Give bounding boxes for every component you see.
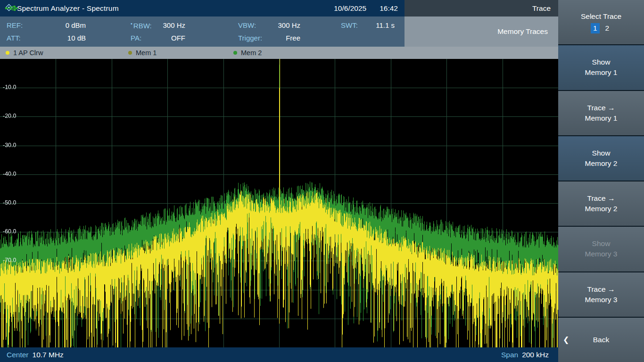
settings-column: RBW:300 HzPA:OFF [131,19,185,44]
spectrum-analyzer-app: Spectrum Analyzer - Spectrum 10/6/2025 [0,0,644,362]
softkey-label: Show [592,239,611,249]
softkey-select-trace[interactable]: Select Trace12 [558,0,644,44]
softkey-trace-to-memory-1[interactable]: Trace →Memory 1 [558,91,644,135]
spectrum-plot: -10.0-20.0-30.0-40.0-50.0-60.0-70.0 [0,59,558,347]
main-area: Spectrum Analyzer - Spectrum 10/6/2025 [0,0,558,362]
usb-icon [5,5,19,14]
title-bar: Spectrum Analyzer - Spectrum 10/6/2025 [0,0,405,16]
softkey-label: Trace → [587,103,615,113]
softkey-label: Trace → [587,284,615,295]
legend-item-trace1: 1 AP Clrw [0,49,128,57]
ytick-label: -10.0 [3,84,17,90]
menu-title: Trace [405,0,558,16]
trace-option-1[interactable]: 1 [591,23,600,33]
softkey-label: Show [592,148,611,158]
softkey-label: Back [593,335,609,345]
settings-column: SWT:11.1 s [341,19,395,32]
menu-title-label: Trace [532,4,551,13]
setting-value-ref[interactable]: 0 dBm [37,21,86,29]
center-label: Center [7,351,29,359]
time-label: 16:42 [380,4,398,13]
softkey-label: Select Trace [581,11,621,22]
softkey-show-memory-1[interactable]: ShowMemory 1 [558,45,644,90]
softkey-show-memory-3: ShowMemory 3 [558,227,644,271]
back-chevron-icon: ❮ [563,335,569,345]
ytick-label: -20.0 [3,113,17,119]
legend-label-trace1: 1 AP Clrw [13,49,43,57]
setting-label-pa: PA: [131,34,158,42]
setting-value-swt[interactable]: 11.1 s [365,21,395,29]
settings-column: VBW:300 HzTrigger:Free [238,19,300,44]
date-label: 10/6/2025 [334,4,366,13]
setting-label-swt: SWT: [341,21,365,29]
setting-value-att[interactable]: 10 dB [37,34,86,42]
ytick-label: -40.0 [3,171,17,177]
setting-label-trigger: Trigger: [238,34,271,42]
setting-label-att: ATT: [7,34,37,42]
center-value: 10.7 MHz [33,351,64,359]
setting-label-vbw: VBW: [238,21,271,29]
softkey-trace-to-memory-3[interactable]: Trace →Memory 3 [558,272,644,317]
setting-label-ref: REF: [7,21,37,29]
setting-value-rbw[interactable]: 300 Hz [158,21,185,29]
settings-bar: REF:0 dBmATT:10 dBRBW:300 HzPA:OFFVBW:30… [0,16,405,47]
softkey-menu: Select Trace12ShowMemory 1Trace →Memory … [558,0,644,362]
settings-column: REF:0 dBmATT:10 dB [7,19,86,44]
spectrum-canvas [0,59,558,347]
softkey-label: Memory 3 [585,249,618,259]
trace-option-2[interactable]: 2 [603,23,612,33]
ytick-label: -60.0 [3,228,17,235]
span-label: Span [501,351,518,359]
trace-legend: 1 AP ClrwMem 1Mem 2 [0,47,558,59]
softkey-trace-to-memory-2[interactable]: Trace →Memory 2 [558,181,644,226]
legend-label-memory2: Mem 2 [241,49,262,57]
softkey-label: Memory 1 [585,67,618,78]
datetime: 10/6/2025 16:42 [334,4,401,13]
softkey-show-memory-2[interactable]: ShowMemory 2 [558,136,644,181]
softkey-back[interactable]: Back❮ [558,318,644,362]
setting-value-vbw[interactable]: 300 Hz [271,21,300,29]
legend-item-memory1: Mem 1 [128,49,233,57]
setting-value-trigger[interactable]: Free [271,34,300,42]
setting-value-pa[interactable]: OFF [158,34,185,42]
app-title: Spectrum Analyzer - Spectrum [17,4,119,13]
setting-label-rbw: RBW: [131,21,158,30]
softkey-label: Memory 1 [585,113,618,123]
softkey-label: Show [592,57,611,67]
memory-traces-label: Memory Traces [497,27,548,36]
softkey-label: Memory 2 [585,204,618,214]
memory-traces-panel: Memory Traces [405,16,558,47]
span-setting[interactable]: Span 200 kHz [501,351,549,359]
softkey-label: Memory 3 [585,295,618,305]
legend-label-memory1: Mem 1 [136,49,157,57]
trace1-color-dot-icon [6,51,9,55]
span-value: 200 kHz [522,351,549,359]
ytick-label: -30.0 [3,142,17,148]
memory1-color-dot-icon [128,51,132,55]
ytick-label: -50.0 [3,199,17,206]
legend-item-memory2: Mem 2 [233,49,262,57]
footer-bar: Center 10.7 MHz Span 200 kHz [0,347,558,362]
memory2-color-dot-icon [233,51,237,55]
center-frequency[interactable]: Center 10.7 MHz [7,351,64,359]
softkey-label: Memory 2 [585,158,618,169]
trace-options: 12 [591,23,611,33]
ytick-label: -70.0 [3,257,17,263]
softkey-label: Trace → [587,193,615,204]
